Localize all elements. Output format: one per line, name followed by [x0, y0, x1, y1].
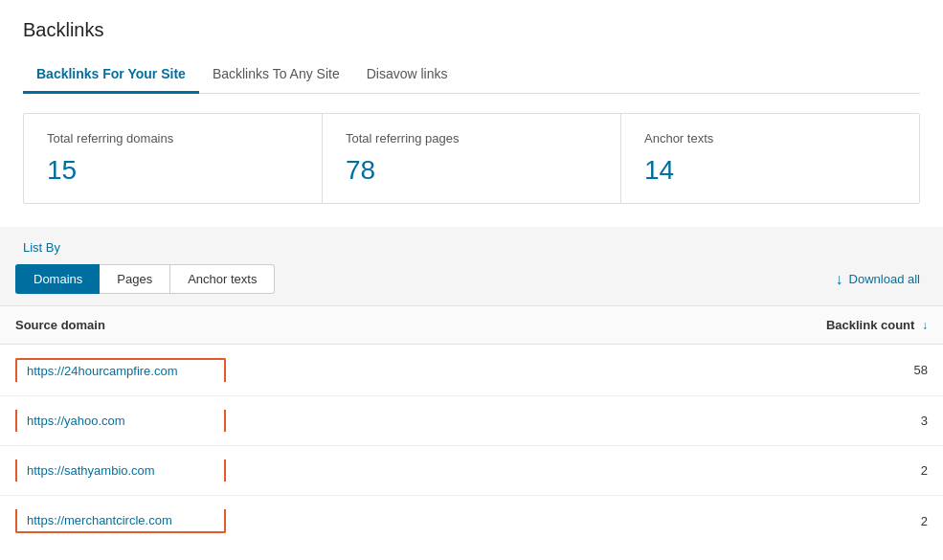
stat-box-anchor-texts: Anchor texts 14	[621, 114, 919, 203]
tab-disavow-links[interactable]: Disavow links	[353, 56, 461, 94]
stats-row: Total referring domains 15 Total referri…	[23, 113, 920, 204]
table-row: https://sathyambio.com2	[0, 446, 943, 496]
cell-domain: https://merchantcircle.com	[0, 496, 601, 548]
list-by-tabs: Domains Pages Anchor texts	[15, 264, 275, 294]
domain-link[interactable]: https://merchantcircle.com	[15, 509, 226, 533]
cell-backlink-count: 3	[601, 396, 943, 446]
list-tab-domains[interactable]: Domains	[15, 264, 100, 294]
cell-domain: https://24hourcampfire.com	[0, 345, 601, 396]
cell-domain: https://yahoo.com	[0, 396, 601, 446]
list-tab-pages[interactable]: Pages	[100, 264, 170, 294]
list-tab-anchor-texts[interactable]: Anchor texts	[170, 264, 275, 294]
stat-label-anchor-texts: Anchor texts	[644, 131, 896, 146]
domain-link[interactable]: https://24hourcampfire.com	[15, 358, 226, 382]
sort-icon: ↓	[922, 319, 928, 332]
stat-box-referring-pages: Total referring pages 78	[323, 114, 621, 203]
table-container: Source domain Backlink count ↓ https://2…	[0, 305, 943, 547]
download-all-button[interactable]: ↓ Download all	[828, 267, 928, 292]
table-row: https://yahoo.com3	[0, 396, 943, 446]
stat-value-referring-pages: 78	[346, 155, 597, 186]
stat-label-referring-domains: Total referring domains	[47, 131, 299, 146]
tab-backlinks-for-your-site[interactable]: Backlinks For Your Site	[23, 56, 199, 94]
col-header-backlink-count[interactable]: Backlink count ↓	[601, 306, 943, 345]
page-title: Backlinks	[23, 19, 920, 41]
tab-backlinks-to-any-site[interactable]: Backlinks To Any Site	[199, 56, 353, 94]
domain-link[interactable]: https://yahoo.com	[15, 410, 226, 432]
col-header-source-domain: Source domain	[0, 306, 601, 345]
backlinks-table: Source domain Backlink count ↓ https://2…	[0, 306, 943, 547]
domain-link[interactable]: https://sathyambio.com	[15, 459, 226, 482]
cell-domain: https://sathyambio.com	[0, 446, 601, 496]
page-container: Backlinks Backlinks For Your Site Backli…	[0, 0, 943, 560]
table-row: https://merchantcircle.com2	[0, 496, 943, 548]
stat-value-referring-domains: 15	[47, 155, 299, 186]
list-by-controls: Domains Pages Anchor texts ↓ Download al…	[15, 264, 928, 305]
cell-backlink-count: 58	[601, 345, 943, 396]
download-icon: ↓	[836, 271, 843, 288]
main-tabs-bar: Backlinks For Your Site Backlinks To Any…	[23, 56, 920, 94]
list-by-section: List By Domains Pages Anchor texts ↓ Dow…	[0, 227, 943, 547]
list-by-label: List By	[15, 240, 928, 255]
stat-box-referring-domains: Total referring domains 15	[24, 114, 323, 203]
table-row: https://24hourcampfire.com58	[0, 345, 943, 396]
table-body: https://24hourcampfire.com58https://yaho…	[0, 345, 943, 548]
stat-value-anchor-texts: 14	[644, 155, 896, 186]
stat-label-referring-pages: Total referring pages	[346, 131, 597, 146]
cell-backlink-count: 2	[601, 496, 943, 548]
cell-backlink-count: 2	[601, 446, 943, 496]
table-header-row: Source domain Backlink count ↓	[0, 306, 943, 345]
download-all-label: Download all	[849, 272, 920, 286]
